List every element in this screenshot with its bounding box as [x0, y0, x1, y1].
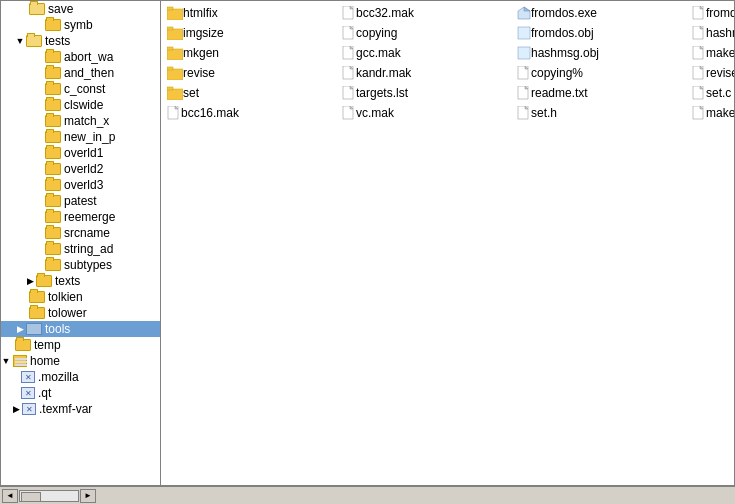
list-item[interactable]: makegen.c [688, 43, 734, 63]
tree-item-save[interactable]: save [1, 1, 160, 17]
tree-item-subtypes[interactable]: subtypes [1, 257, 160, 273]
folder-closed-icon [36, 275, 52, 287]
file-name: fromdos.c [706, 6, 734, 20]
folder-closed-icon [29, 307, 45, 319]
folder-closed-icon [45, 243, 61, 255]
toggle-closed-icon[interactable]: ▶ [11, 404, 21, 414]
tree-item-label: srcname [64, 226, 110, 240]
tree-item-overld1[interactable]: overld1 [1, 145, 160, 161]
toggle-open-icon[interactable]: ▼ [1, 356, 11, 366]
folder-icon [167, 66, 183, 80]
tree-item-label: new_in_p [64, 130, 115, 144]
tree-item-overld3[interactable]: overld3 [1, 177, 160, 193]
list-item[interactable]: set.c [688, 83, 734, 103]
list-item[interactable]: hashmsg.c [688, 23, 734, 43]
tree-item-patest[interactable]: patest [1, 193, 160, 209]
list-item[interactable]: fromdos.exe [513, 3, 688, 23]
tree-item-string-ad[interactable]: string_ad [1, 241, 160, 257]
list-item[interactable]: htmlfix [163, 3, 338, 23]
tree-item-label: match_x [64, 114, 109, 128]
svg-rect-16 [167, 47, 173, 50]
file-name: fromdos.obj [531, 26, 594, 40]
list-item[interactable]: fromdos.obj [513, 23, 688, 43]
list-item[interactable]: set.h [513, 103, 688, 123]
tree-item-texmf-var[interactable]: ▶ ✕ .texmf-var [1, 401, 160, 417]
folder-icon [167, 46, 183, 60]
tree-item-tools[interactable]: ▶ tools [1, 321, 160, 337]
list-item[interactable]: bcc16.mak [163, 103, 338, 123]
tree-item-label: tests [45, 34, 70, 48]
scroll-track[interactable] [19, 490, 79, 502]
list-item[interactable]: targets.lst [338, 83, 513, 103]
list-item[interactable]: fromdos.c [688, 3, 734, 23]
list-item[interactable]: revise.c [688, 63, 734, 83]
tree-item-and-then[interactable]: and_then [1, 65, 160, 81]
file-name: revise [183, 66, 215, 80]
tree-item-label: patest [64, 194, 97, 208]
list-item[interactable]: hashmsg.obj [513, 43, 688, 63]
tree-item-abort-wa[interactable]: abort_wa [1, 49, 160, 65]
doc-icon [342, 106, 356, 120]
toggle-closed-icon[interactable]: ▶ [25, 276, 35, 286]
list-item[interactable]: copying [338, 23, 513, 43]
file-name: hashmsg.obj [531, 46, 599, 60]
tree-item-label: reemerge [64, 210, 115, 224]
list-item[interactable]: mkgen [163, 43, 338, 63]
tree-item-texts[interactable]: ▶ texts [1, 273, 160, 289]
tree-item-home[interactable]: ▼ home [1, 353, 160, 369]
list-item[interactable]: readme.txt [513, 83, 688, 103]
tree-item-tolkien[interactable]: tolkien [1, 289, 160, 305]
folder-closed-icon [29, 291, 45, 303]
list-item[interactable]: imgsize [163, 23, 338, 43]
scroll-left-button[interactable]: ◄ [2, 489, 18, 503]
svg-rect-12 [518, 27, 530, 39]
file-panel[interactable]: htmlfix bcc32.mak fromdos.exe [161, 1, 734, 485]
svg-rect-23 [167, 67, 173, 70]
folder-closed-icon [45, 179, 61, 191]
tree-item-qt[interactable]: ✕ .qt [1, 385, 160, 401]
tree-item-label: tools [45, 322, 70, 336]
tree-item-tests[interactable]: ▼ tests [1, 33, 160, 49]
list-item[interactable]: set [163, 83, 338, 103]
folder-icon [167, 6, 183, 20]
svg-rect-8 [167, 29, 183, 40]
list-item[interactable]: revise [163, 63, 338, 83]
tree-item-c-const[interactable]: c_const [1, 81, 160, 97]
tree-item-overld2[interactable]: overld2 [1, 161, 160, 177]
tree-item-label: overld3 [64, 178, 103, 192]
doc-icon [167, 106, 181, 120]
file-name: gcc.mak [356, 46, 401, 60]
tree-item-reemerge[interactable]: reemerge [1, 209, 160, 225]
file-name: makegen.c [706, 46, 734, 60]
tree-item-clswide[interactable]: clswide [1, 97, 160, 113]
toggle-open-icon[interactable]: ▶ [15, 324, 25, 334]
horizontal-scrollbar[interactable]: ◄ ► [0, 488, 98, 504]
scroll-right-button[interactable]: ► [80, 489, 96, 503]
tree-item-temp[interactable]: temp [1, 337, 160, 353]
file-name: revise.c [706, 66, 734, 80]
list-item[interactable]: kandr.mak [338, 63, 513, 83]
tree-item-symb[interactable]: symb [1, 17, 160, 33]
special-folder-icon: ✕ [21, 371, 35, 383]
tree-item-srcname[interactable]: srcname [1, 225, 160, 241]
folder-icon [167, 26, 183, 40]
folder-closed-icon [45, 115, 61, 127]
tree-item-match-x[interactable]: match_x [1, 113, 160, 129]
tree-item-mozilla[interactable]: ✕ .mozilla [1, 369, 160, 385]
list-item[interactable]: copying% [513, 63, 688, 83]
tree-item-label: tolkien [48, 290, 83, 304]
file-name: kandr.mak [356, 66, 411, 80]
tree-item-tolower[interactable]: tolower [1, 305, 160, 321]
list-item[interactable]: bcc32.mak [338, 3, 513, 23]
toggle-open-icon[interactable]: ▼ [15, 36, 25, 46]
list-item[interactable]: vc.mak [338, 103, 513, 123]
tree-panel[interactable]: save symb ▼ tests abort_wa and_then c_co… [1, 1, 161, 485]
folder-closed-icon [45, 99, 61, 111]
list-item[interactable]: makefile [688, 103, 734, 123]
special-folder-icon: ✕ [21, 387, 35, 399]
scroll-thumb[interactable] [21, 492, 41, 502]
tree-item-new-in-p[interactable]: new_in_p [1, 129, 160, 145]
tree-item-label: tolower [48, 306, 87, 320]
folder-icon [167, 86, 183, 100]
list-item[interactable]: gcc.mak [338, 43, 513, 63]
